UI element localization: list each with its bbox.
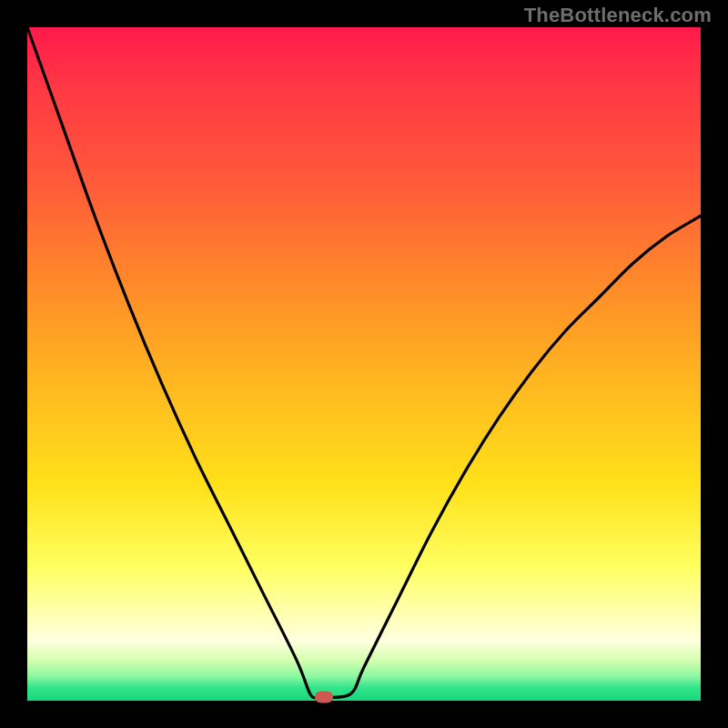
- plot-area: [27, 27, 701, 701]
- chart-frame: TheBottleneck.com: [0, 0, 728, 728]
- optimum-marker: [315, 692, 333, 703]
- bottleneck-curve: [27, 27, 701, 701]
- watermark-text: TheBottleneck.com: [524, 4, 712, 27]
- curve-path: [27, 27, 701, 698]
